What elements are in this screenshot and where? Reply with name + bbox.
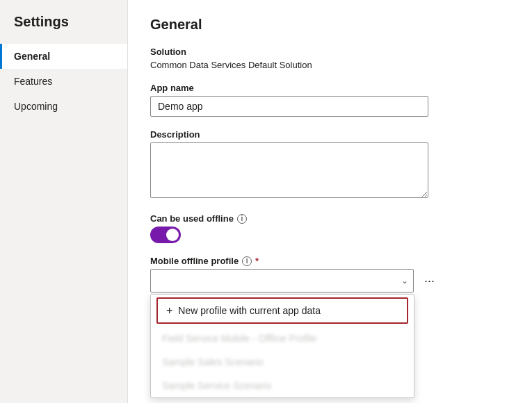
- dropdown-menu: + New profile with current app data Fiel…: [150, 294, 414, 398]
- more-options-button[interactable]: ···: [419, 270, 440, 292]
- solution-value: Common Data Services Default Solution: [150, 60, 510, 70]
- app-name-input[interactable]: [150, 96, 428, 117]
- new-profile-label: New profile with current app data: [178, 305, 321, 316]
- plus-icon: +: [166, 304, 172, 317]
- mobile-profile-info-icon[interactable]: i: [242, 256, 252, 266]
- mobile-profile-label: Mobile offline profile i *: [150, 256, 510, 266]
- description-field-group: Description: [150, 129, 510, 201]
- required-indicator: *: [255, 256, 259, 266]
- solution-label: Solution: [150, 47, 510, 57]
- main-content: General Solution Common Data Services De…: [128, 0, 532, 403]
- page-title: General: [150, 17, 510, 33]
- offline-info-icon[interactable]: i: [237, 214, 247, 224]
- solution-field-group: Solution Common Data Services Default So…: [150, 47, 510, 70]
- toggle-slider: [150, 227, 181, 243]
- blurred-item-3[interactable]: Sample Service Scenario: [151, 374, 414, 397]
- sidebar-item-upcoming[interactable]: Upcoming: [0, 94, 127, 119]
- blurred-item-2[interactable]: Sample Sales Scenario: [151, 350, 414, 374]
- blurred-item-1[interactable]: Field Service Mobile - Offline Profile: [151, 327, 414, 350]
- offline-toggle[interactable]: [150, 227, 181, 243]
- sidebar-item-general[interactable]: General: [0, 44, 127, 69]
- more-icon: ···: [424, 274, 435, 288]
- app-name-field-group: App name: [150, 83, 510, 117]
- sidebar-title: Settings: [0, 14, 127, 44]
- offline-toggle-container: [150, 227, 510, 243]
- new-profile-menu-item[interactable]: + New profile with current app data: [156, 297, 408, 324]
- mobile-profile-dropdown[interactable]: [150, 269, 414, 293]
- offline-field-group: Can be used offline i: [150, 213, 510, 243]
- sidebar: Settings General Features Upcoming: [0, 0, 128, 403]
- description-label: Description: [150, 129, 510, 140]
- mobile-profile-dropdown-row: ⌄ + New profile with current app data Fi…: [150, 269, 440, 293]
- offline-label: Can be used offline i: [150, 213, 510, 224]
- description-input[interactable]: [150, 142, 428, 198]
- mobile-profile-field-group: Mobile offline profile i * ⌄ + New profi…: [150, 256, 510, 293]
- app-name-label: App name: [150, 83, 510, 93]
- sidebar-item-features[interactable]: Features: [0, 69, 127, 94]
- mobile-profile-dropdown-wrapper: ⌄ + New profile with current app data Fi…: [150, 269, 414, 293]
